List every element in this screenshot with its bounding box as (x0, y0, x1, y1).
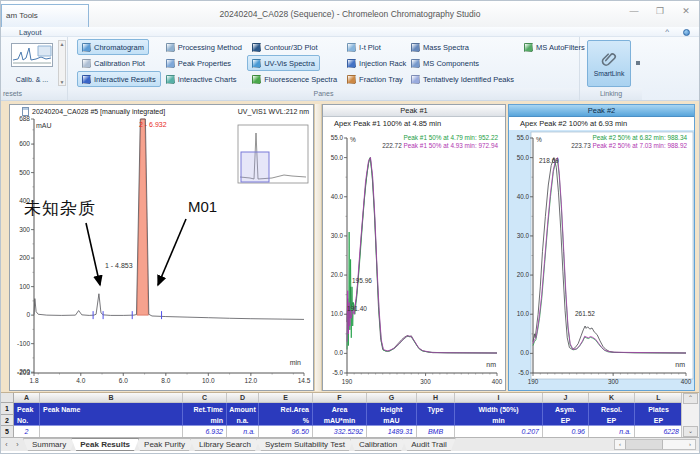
column-header-E[interactable]: E (259, 393, 313, 403)
grid-cell[interactable]: n.a. (227, 415, 259, 426)
ribbon-button-ms-components[interactable]: MS Components (406, 55, 484, 71)
grid-cell[interactable]: 96.50 (259, 426, 313, 437)
grid-cell[interactable] (40, 415, 183, 426)
sheet-nav-right-icon[interactable]: › (12, 438, 23, 451)
grid-cell[interactable]: Rel.Area (259, 403, 313, 415)
ribbon-collapse-icon[interactable]: ^ (665, 28, 669, 36)
minimize-button[interactable]: — (627, 6, 641, 16)
column-header-G[interactable]: G (367, 393, 417, 403)
grid-cell[interactable]: Width (50%) (455, 403, 543, 415)
ribbon-button-chromatogram[interactable]: Chromatogram (77, 39, 149, 55)
hscroll-thumb[interactable] (625, 440, 663, 449)
column-header-J[interactable]: J (543, 393, 589, 403)
sheet-tab-calibration[interactable]: Calibration (350, 438, 406, 451)
ribbon-button-peak-properties[interactable]: Peak Properties (161, 55, 236, 71)
restore-button[interactable]: ❐ (653, 6, 667, 16)
peak1-panel-title[interactable]: Peak #1 (323, 105, 505, 117)
sheet-tab-peak-purity[interactable]: Peak Purity (135, 438, 194, 451)
grid-cell[interactable]: Peak Name (40, 403, 183, 415)
panel-splitter[interactable] (314, 104, 322, 391)
row-header[interactable]: 2 (1, 415, 14, 426)
grid-cell[interactable]: min (455, 415, 543, 426)
grid-cell[interactable]: 2 (14, 426, 40, 437)
grid-cell[interactable]: n.a. (227, 426, 259, 437)
grid-cell[interactable]: EP (543, 415, 589, 426)
grid-scroll-up-icon[interactable]: ⌃ (683, 393, 698, 404)
sheet-tab-summary[interactable]: Summary (23, 438, 75, 451)
grid-cell[interactable] (40, 426, 183, 437)
hscroll-right-icon[interactable]: › (685, 440, 695, 449)
column-header-C[interactable]: C (183, 393, 227, 403)
scroll-down-icon[interactable]: ▼ (60, 79, 65, 85)
row-header[interactable]: 1 (1, 403, 14, 415)
peak2-panel-title[interactable]: Peak #2 (509, 105, 694, 117)
ribbon-button-contour-3d-plot[interactable]: Contour/3D Plot (247, 39, 322, 55)
grid-cell[interactable]: min (183, 415, 227, 426)
grid-cell[interactable]: Peak (14, 403, 40, 415)
close-button[interactable]: ✕ (679, 6, 693, 16)
grid-cell[interactable]: EP (635, 415, 681, 426)
column-header-I[interactable]: I (455, 393, 543, 403)
ribbon-button-calibration-plot[interactable]: Calibration Plot (77, 55, 150, 71)
ribbon-button-processing-method[interactable]: Processing Method (161, 39, 247, 55)
grid-cell[interactable]: BMB (417, 426, 455, 437)
sheet-tab-system-suitability-test[interactable]: System Suitability Test (256, 438, 354, 451)
ribbon-button-injection-rack[interactable]: Injection Rack (342, 55, 411, 71)
ribbon-button-i-t-plot[interactable]: I-t Plot (342, 39, 386, 55)
column-header-D[interactable]: D (227, 393, 259, 403)
hscroll-left-icon[interactable]: ‹ (615, 440, 625, 449)
row-header[interactable] (1, 393, 14, 403)
ribbon-button-uv-vis-spectra[interactable]: UV-Vis Spectra (247, 55, 320, 71)
calibration-preset-button[interactable]: Calib. & ... (6, 40, 58, 86)
column-header-K[interactable]: K (589, 393, 635, 403)
sheet-tab-library-search[interactable]: Library Search (190, 438, 260, 451)
grid-cell[interactable]: Type (417, 403, 455, 415)
grid-cell[interactable]: 332.5292 (313, 426, 367, 437)
chromatogram-plot[interactable]: 6886005004003002001000-100-200-2031.84.0… (10, 105, 313, 390)
sheet-tab-audit-trail[interactable]: Audit Trail (402, 438, 456, 451)
grid-cell[interactable]: 6228 (635, 426, 681, 437)
column-header-A[interactable]: A (14, 393, 40, 403)
grid-cell[interactable] (417, 415, 455, 426)
grid-vertical-scrollbar[interactable]: ⌃ ⌄ (681, 393, 699, 437)
grid-cell[interactable]: Plates (635, 403, 681, 415)
sheet-horizontal-scrollbar[interactable]: ‹ › (614, 439, 696, 450)
scroll-up-icon[interactable]: ▲ (60, 41, 65, 47)
menu-layout[interactable]: Layout (19, 28, 42, 37)
grid-cell[interactable]: 0.96 (543, 426, 589, 437)
column-header-L[interactable]: L (635, 393, 681, 403)
grid-cell[interactable]: mAU (367, 415, 417, 426)
grid-cell[interactable]: No. (14, 415, 40, 426)
grid-cell[interactable]: Ret.Time (183, 403, 227, 415)
grid-cell[interactable]: Asym. (543, 403, 589, 415)
grid-cell[interactable]: EP (589, 415, 635, 426)
peak1-spectrum-plot[interactable]: 55.050.040.030.020.010.00.0-5.0190300400 (323, 130, 505, 390)
grid-cell[interactable]: n.a. (589, 426, 635, 437)
ribbon-button-mass-spectra[interactable]: Mass Spectra (406, 39, 474, 55)
peak2-spectrum-plot[interactable]: 55.050.040.030.020.010.00.0-5.0190300400 (509, 130, 694, 390)
grid-scroll-down-icon[interactable]: ⌄ (683, 426, 698, 437)
grid-cell[interactable]: 1489.31 (367, 426, 417, 437)
sheet-tab-peak-results[interactable]: Peak Results (71, 438, 139, 451)
grid-cell[interactable]: 6.932 (183, 426, 227, 437)
ribbon-button-fluorescence-spectra[interactable]: Fluorescence Spectra (247, 71, 342, 87)
ribbon-button-tentatively-identified-peaks[interactable]: Tentatively Identified Peaks (406, 71, 519, 87)
smartlink-dropdown-icon[interactable] (636, 61, 640, 65)
grid-cell[interactable]: Height (367, 403, 417, 415)
grid-cell[interactable]: mAU*min (313, 415, 367, 426)
grid-cell[interactable]: Resol. (589, 403, 635, 415)
row-header[interactable]: 5 (1, 426, 14, 437)
ribbon-button-interactive-results[interactable]: Interactive Results (77, 71, 161, 87)
grid-cell[interactable]: Amount (227, 403, 259, 415)
column-header-H[interactable]: H (417, 393, 455, 403)
ribbon-button-interactive-charts[interactable]: Interactive Charts (161, 71, 242, 87)
column-header-F[interactable]: F (313, 393, 367, 403)
grid-cell[interactable]: 0.207 (455, 426, 543, 437)
smartlink-button[interactable]: SmartLink (587, 40, 631, 87)
grid-cell[interactable]: % (259, 415, 313, 426)
sheet-nav-left-icon[interactable]: ‹ (1, 438, 12, 451)
column-header-B[interactable]: B (40, 393, 183, 403)
ribbon-button-fraction-tray[interactable]: Fraction Tray (342, 71, 408, 87)
grid-cell[interactable]: Area (313, 403, 367, 415)
presets-scrollbar[interactable]: ▲ ▼ (58, 40, 66, 86)
